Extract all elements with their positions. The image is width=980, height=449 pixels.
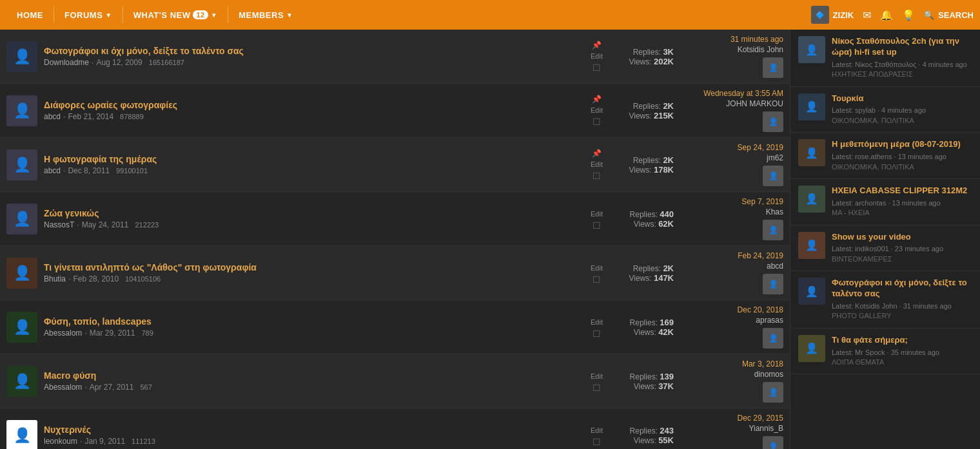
nav-members[interactable]: MEMBERS ▼ (228, 0, 303, 30)
edit-button[interactable]: Edit (591, 426, 603, 434)
page-link[interactable]: 88 (128, 113, 135, 120)
last-post-time[interactable]: Mar 3, 2018 (742, 359, 783, 368)
sidebar-thumb: 👤 (798, 335, 825, 362)
page-link[interactable]: 187 (173, 59, 184, 66)
user-avatar: 🔷 (811, 6, 829, 24)
page-link[interactable]: 100 (124, 167, 135, 175)
page-link[interactable]: 87 (120, 113, 128, 120)
edit-button[interactable]: Edit (591, 372, 603, 380)
page-link[interactable]: 11 (132, 437, 139, 445)
page-link[interactable]: 89 (136, 113, 144, 120)
page-link[interactable]: 165 (149, 59, 161, 66)
thread-meta: Bhutia · Feb 28, 2010 104105106 (44, 274, 584, 283)
last-post-time[interactable]: Dec 29, 2015 (738, 414, 783, 423)
avatar-silhouette: 👤 (14, 374, 31, 388)
thread-last-post: Dec 20, 2018 aprasas 👤 (680, 305, 783, 349)
last-post-user: Yiannis_B (749, 424, 783, 433)
thread-title[interactable]: Τι γίνεται αντιληπτό ως "Λάθος" στη φωτο… (44, 262, 584, 272)
sidebar-thread-title[interactable]: Τι θα φάτε σήμερα; (832, 335, 972, 346)
thread-date: Dec 8, 2011 (68, 166, 110, 175)
thread-title[interactable]: Φωτογράφοι κι όχι μόνο, δείξτε το ταλέντ… (44, 46, 584, 56)
bell-icon[interactable]: 🔔 (880, 9, 893, 21)
page-link[interactable]: 104 (125, 275, 137, 283)
last-post-time[interactable]: 31 minutes ago (730, 35, 783, 44)
thread-avatar: 👤 (6, 258, 37, 289)
thread-date: Mar 29, 2011 (90, 329, 135, 338)
mail-icon[interactable]: ✉ (863, 9, 871, 21)
checkbox-icon[interactable]: ☐ (593, 62, 601, 73)
page-link[interactable]: 12 (139, 437, 147, 445)
thread-main: Ζώα γενικώς NassosT · May 24, 2011 21222… (44, 208, 584, 229)
checkbox-icon[interactable]: ☐ (593, 220, 601, 231)
thread-avatar: 👤 (6, 366, 37, 397)
page-link[interactable]: 21 (135, 221, 142, 229)
thread-title[interactable]: Η φωτογραφία της ημέρας (44, 154, 584, 164)
last-post-time[interactable]: Dec 20, 2018 (738, 305, 783, 314)
views-label: Views: 37K (634, 381, 674, 391)
page-link[interactable]: 99 (116, 167, 124, 175)
thread-title[interactable]: Νυχτερινές (44, 425, 584, 435)
edit-button[interactable]: Edit (591, 106, 603, 114)
sidebar-thread-title[interactable]: Τουρκία (832, 93, 972, 104)
table-row: 👤 Macro φύση Abessalom · Apr 27, 2011 56… (0, 354, 790, 408)
page-link[interactable]: 13 (148, 437, 155, 445)
sidebar-thread-title[interactable]: ΗΧΕΙΑ CABASSE CLIPPER 312M2 (832, 186, 972, 196)
sidebar-thread-title[interactable]: Νίκος Σταθόπουλος 2ch (για την ώρα) hi-f… (832, 36, 972, 58)
search-icon: 🔍 (924, 10, 934, 20)
checkbox-icon[interactable]: ☐ (593, 437, 601, 447)
checkbox-icon[interactable]: ☐ (593, 117, 601, 127)
thread-title[interactable]: Ζώα γενικώς (44, 208, 584, 218)
page-link[interactable]: 7 (148, 383, 152, 391)
search-button[interactable]: 🔍 SEARCH (924, 10, 974, 20)
thread-title[interactable]: Φύση, τοπίο, landscapes (44, 316, 584, 327)
thread-date: Feb 21, 2014 (68, 112, 113, 121)
last-post-avatar: 👤 (763, 166, 783, 186)
edit-button[interactable]: Edit (591, 210, 603, 218)
replies-count: 243 (660, 426, 674, 435)
checkbox-icon[interactable]: ☐ (593, 171, 601, 181)
edit-button[interactable]: Edit (591, 264, 603, 272)
checkbox-icon[interactable]: ☐ (593, 329, 601, 339)
last-post-avatar: 👤 (763, 57, 783, 78)
thread-title[interactable]: Διάφορες ωραίες φωτογραφίες (44, 100, 584, 110)
page-link[interactable]: 22 (143, 221, 151, 229)
edit-button[interactable]: Edit (591, 318, 603, 326)
page-link[interactable]: 9 (150, 329, 153, 337)
edit-button[interactable]: Edit (591, 160, 603, 168)
thread-meta: leonkoum · Jan 9, 2011 111213 (44, 437, 584, 446)
sidebar-thumb-icon: 👤 (805, 239, 818, 251)
thread-meta: NassosT · May 24, 2011 212223 (44, 220, 584, 229)
last-post-time[interactable]: Feb 24, 2019 (738, 251, 783, 260)
last-post-user: Kotsidis John (738, 45, 783, 54)
nav-home[interactable]: HOME (6, 0, 54, 30)
replies-label: Replies: 243 (630, 426, 674, 435)
sidebar-thread-title[interactable]: Φωτογράφοι κι όχι μόνο, δείξτε το ταλέντ… (832, 278, 972, 300)
page-link[interactable]: 106 (149, 275, 161, 283)
sidebar-content: Φωτογράφοι κι όχι μόνο, δείξτε το ταλέντ… (832, 278, 972, 321)
sidebar-meta: Latest: Νίκος Σταθόπουλος · 4 minutes ag… (832, 60, 972, 80)
edit-button[interactable]: Edit (591, 52, 603, 60)
last-post-time[interactable]: Sep 24, 2019 (738, 143, 783, 152)
lightbulb-icon[interactable]: 💡 (902, 9, 915, 21)
last-post-time[interactable]: Sep 7, 2019 (741, 197, 783, 206)
sidebar-item: 👤 Η μεθεπόμενη μέρα (08-07-2019) Latest:… (790, 133, 980, 179)
sidebar-thread-title[interactable]: Η μεθεπόμενη μέρα (08-07-2019) (832, 139, 972, 150)
page-link[interactable]: 101 (136, 167, 148, 175)
checkbox-icon[interactable]: ☐ (593, 274, 601, 285)
checkbox-icon[interactable]: ☐ (593, 383, 601, 393)
thread-actions: Edit ☐ (591, 207, 603, 231)
views-label: Views: 202K (629, 57, 674, 66)
sidebar: 👤 Νίκος Σταθόπουλος 2ch (για την ώρα) hi… (790, 30, 980, 449)
thread-stats: Replies: 169 Views: 42K (609, 318, 674, 337)
page-link[interactable]: 23 (151, 221, 159, 229)
nav-forums[interactable]: FORUMS ▼ (54, 0, 122, 30)
page-link[interactable]: 105 (137, 275, 148, 283)
user-info[interactable]: 🔷 ZIZIK (811, 6, 854, 24)
replies-count: 3K (663, 47, 674, 57)
whats-new-badge: 12 (193, 10, 208, 19)
nav-whats-new[interactable]: WHAT'S NEW 12 ▼ (123, 0, 228, 30)
sidebar-thread-title[interactable]: Show us your video (832, 232, 972, 243)
page-link[interactable]: 166 (161, 59, 172, 66)
last-post-time[interactable]: Wednesday at 3:55 AM (703, 89, 783, 98)
thread-title[interactable]: Macro φύση (44, 370, 584, 381)
